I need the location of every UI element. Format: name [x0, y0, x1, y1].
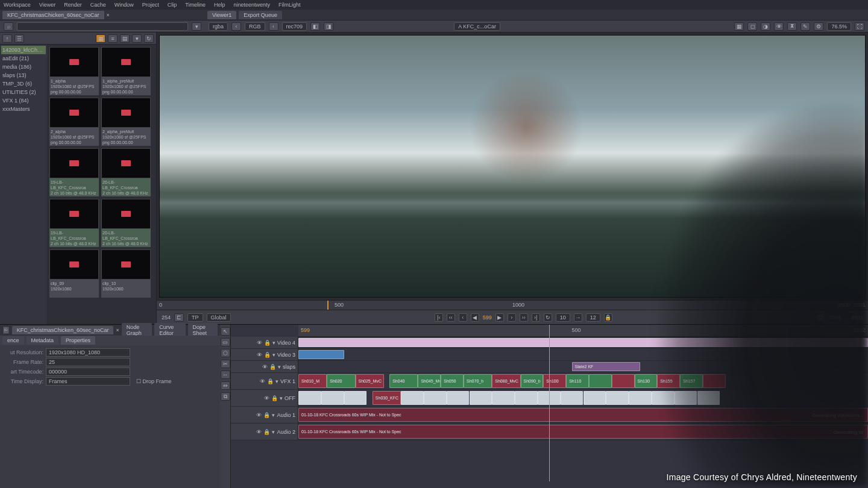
fps-field[interactable]: 12: [586, 313, 600, 322]
filter-icon[interactable]: ▾: [192, 22, 201, 31]
track-body[interactable]: Slate2 KF: [298, 361, 868, 372]
viewer-ruler[interactable]: 0 500 1000 2500 2501: [157, 300, 868, 310]
clip[interactable]: [321, 391, 344, 405]
clip[interactable]: Sh040: [389, 374, 418, 388]
timeline-ruler[interactable]: 599 500 2502: [298, 325, 868, 337]
props-subtab[interactable]: ence: [2, 336, 24, 345]
prev-frame-icon[interactable]: ‹: [459, 313, 467, 322]
close-icon[interactable]: ×: [116, 327, 119, 333]
tree-icon[interactable]: ☰: [14, 34, 24, 43]
list-view-icon[interactable]: ≡: [108, 34, 118, 43]
fit-icon[interactable]: ⛶: [855, 22, 864, 31]
clip[interactable]: Sh130: [635, 374, 658, 388]
clip[interactable]: [424, 391, 447, 405]
media-thumb[interactable]: 2_alpha1920x1080 sf @25FPSpng 00.00.00.0…: [49, 98, 99, 146]
menu-workspace[interactable]: Workspace: [4, 2, 31, 8]
clip[interactable]: [697, 391, 720, 405]
razor-icon[interactable]: ✂: [221, 360, 230, 368]
clip[interactable]: Sh025_MvC: [356, 374, 384, 388]
clip[interactable]: Sh010_M: [298, 374, 327, 388]
out-point-icon[interactable]: ⊐: [816, 313, 826, 322]
track-header[interactable]: 👁🔒▾Audio 1: [231, 407, 298, 423]
sequence-tab[interactable]: KFC_christmasChicken_60sec_noCar: [12, 326, 114, 334]
clip[interactable]: Sh090_b: [521, 374, 544, 388]
refresh-icon[interactable]: ↻: [144, 34, 154, 43]
media-thumb[interactable]: 20-LB-LB_KFC_Crossroa2 ch 16 bits @ 48.0…: [101, 199, 151, 247]
menu-timeline[interactable]: Timeline: [185, 2, 206, 8]
next-frame-icon[interactable]: ›: [508, 313, 516, 322]
media-thumb[interactable]: 19-LB-LB_KFC_Crossroa2 ch 16 bits @ 48.0…: [49, 199, 99, 247]
props-subtab[interactable]: Properties: [61, 336, 95, 345]
clip[interactable]: Sh050: [441, 374, 464, 388]
up-icon[interactable]: ↑: [2, 34, 12, 43]
settings-icon[interactable]: ⚙: [814, 22, 823, 31]
viewer-canvas[interactable]: [159, 35, 866, 298]
chevron-left-icon[interactable]: ‹: [231, 22, 241, 31]
play-icon[interactable]: ▶: [495, 313, 504, 322]
clip[interactable]: [401, 391, 424, 405]
track-body[interactable]: [298, 349, 868, 360]
media-thumb[interactable]: clip_101920x1080: [101, 249, 151, 298]
tool-icon[interactable]: ✎: [800, 22, 810, 31]
media-thumb[interactable]: 1_alpha_preMult1920x1080 sf @25FPSpng 00…: [101, 47, 151, 95]
menu-viewer[interactable]: Viewer: [39, 2, 55, 8]
tree-node[interactable]: TMP_3D (6): [1, 80, 46, 88]
clip[interactable]: [652, 391, 675, 405]
track-body[interactable]: [298, 337, 868, 348]
channels-dropdown[interactable]: rgba: [209, 22, 228, 31]
clip[interactable]: [703, 374, 726, 388]
clip[interactable]: Sh070_b: [464, 374, 492, 388]
viewer-tab[interactable]: Export Queue: [239, 11, 282, 19]
mask-icon[interactable]: ◑: [761, 22, 770, 31]
tree-node[interactable]: slaps (13): [1, 71, 46, 80]
marquee-icon[interactable]: ▭: [221, 338, 230, 346]
clip[interactable]: [675, 391, 697, 405]
props-subtab[interactable]: Metadata: [27, 336, 59, 345]
menu-render[interactable]: Render: [64, 2, 82, 8]
track-header[interactable]: 👁🔒▾VFX 1: [231, 373, 298, 389]
clip[interactable]: [298, 391, 321, 405]
goto-start-icon[interactable]: |‹: [435, 313, 443, 322]
menu-help[interactable]: Help: [214, 2, 225, 8]
track-body[interactable]: 01-10-18 KFC Crossroads 60s WIP Mix - No…: [298, 407, 868, 423]
menu-project[interactable]: Project: [142, 2, 159, 8]
colorspace-dropdown[interactable]: rec709: [282, 22, 307, 31]
lut-icon[interactable]: ◧: [310, 22, 320, 31]
link-icon[interactable]: ⬡: [221, 349, 230, 357]
media-thumb[interactable]: 1_alpha1920x1080 sf @25FPSpng 00.00.00.0…: [49, 47, 99, 95]
clip[interactable]: [492, 391, 515, 405]
timeline-playhead[interactable]: [549, 325, 550, 481]
in-point-icon[interactable]: ⊏: [174, 313, 184, 322]
clip[interactable]: Slate2 KF: [572, 362, 640, 371]
roll-icon[interactable]: ⇔: [221, 381, 230, 390]
track-header[interactable]: 👁🔒▾Video 3: [231, 349, 298, 360]
tree-node[interactable]: media (186): [1, 63, 46, 71]
tp-dropdown[interactable]: TP: [187, 313, 203, 322]
clip[interactable]: Sh155: [657, 374, 680, 388]
play-back-icon[interactable]: ◀: [471, 313, 479, 322]
track-body[interactable]: 01-10-18 KFC Crossroads 60s WIP Mix - No…: [298, 424, 868, 440]
clip[interactable]: [298, 338, 868, 347]
clip[interactable]: [606, 391, 629, 405]
clip[interactable]: [589, 374, 612, 388]
media-thumb[interactable]: 19-LB-LB_KFC_Crossroa2 ch 16 bits @ 48.0…: [49, 148, 99, 196]
clip[interactable]: Sh100: [543, 374, 566, 388]
clip[interactable]: 01-10-18 KFC Crossroads 60s WIP Mix - No…: [298, 425, 868, 439]
tree-node[interactable]: 142093_kfcChristmas: [1, 46, 46, 54]
playhead[interactable]: [327, 301, 329, 310]
crop-icon[interactable]: ◻: [747, 22, 757, 31]
clip[interactable]: Sh110: [566, 374, 589, 388]
lut-icon[interactable]: ◨: [324, 22, 333, 31]
clip[interactable]: [470, 391, 492, 405]
menu-nineteentwenty[interactable]: nineteentwenty: [234, 2, 271, 8]
clip[interactable]: [298, 350, 344, 359]
clip[interactable]: Sh045_MvC: [418, 374, 441, 388]
tree-node[interactable]: VFX 1 (84): [1, 96, 46, 105]
goto-end-icon[interactable]: ›|: [532, 313, 540, 322]
grid-view-icon[interactable]: ▦: [96, 34, 105, 43]
eye-icon[interactable]: 👁: [774, 22, 784, 31]
track-header[interactable]: 👁🔒▾OFF: [231, 390, 298, 406]
composite-dropdown[interactable]: A KFC_c...oCar: [454, 22, 500, 31]
snap-icon[interactable]: ⧉: [221, 392, 230, 401]
tree-node[interactable]: xxxMasters: [1, 105, 46, 113]
